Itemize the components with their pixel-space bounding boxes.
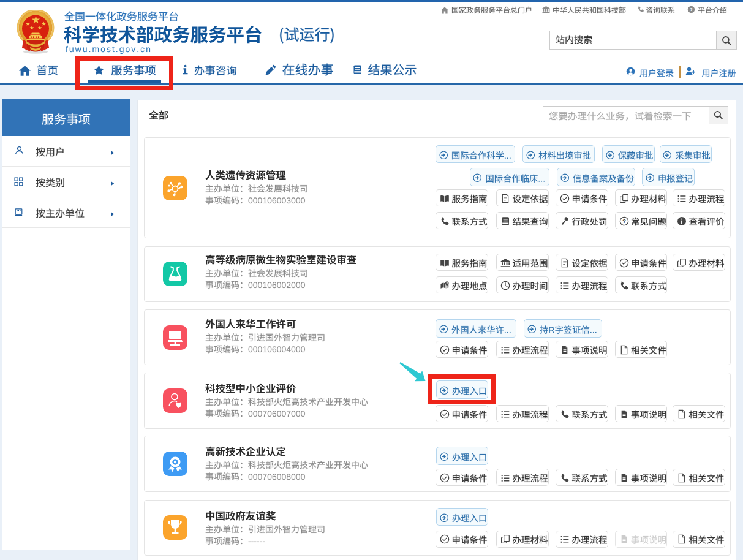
svg-text:?: ? (690, 7, 693, 12)
svg-text:?: ? (622, 218, 626, 224)
